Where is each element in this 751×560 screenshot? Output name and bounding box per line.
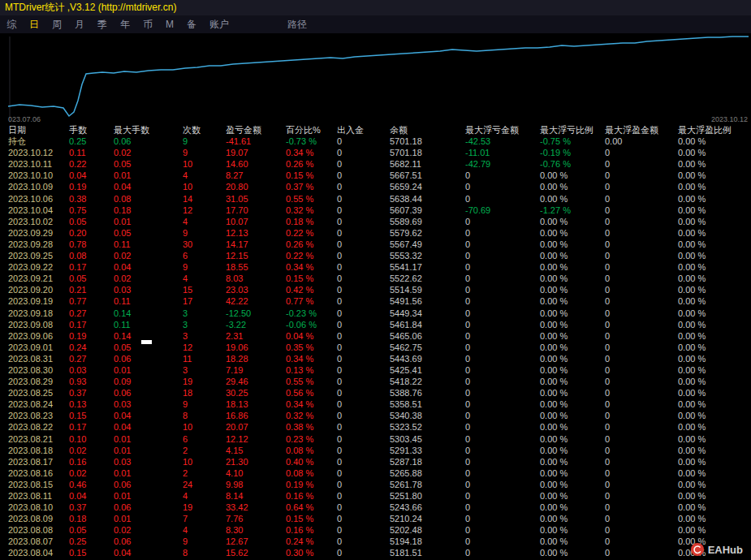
table-cell: 5461.84 xyxy=(390,319,465,330)
table-row[interactable]: 2023.10.110.220.051014.600.26 %05682.11-… xyxy=(0,158,751,170)
table-cell: 21.30 xyxy=(226,456,286,467)
table-row[interactable]: 2023.08.090.180.0177.760.15 %05210.2400.… xyxy=(0,513,751,524)
table-cell: 0 xyxy=(337,205,390,216)
table-row[interactable]: 2023.08.180.020.0124.150.08 %05291.3300.… xyxy=(0,445,751,456)
table-row[interactable]: 2023.10.020.050.01410.070.18 %05589.6900… xyxy=(0,216,751,227)
table-cell: 2023.10.09 xyxy=(8,181,69,192)
table-row[interactable]: 2023.08.150.460.06249.980.19 %05261.7800… xyxy=(0,479,751,490)
table-row[interactable]: 2023.09.200.210.031523.030.42 %05514.590… xyxy=(0,284,751,295)
table-cell: 31.05 xyxy=(226,193,286,205)
table-cell: 9 xyxy=(183,147,226,158)
table-cell: 0 xyxy=(337,170,390,181)
table-row[interactable]: 2023.09.220.170.04918.550.34 %05541.1700… xyxy=(0,261,751,273)
table-cell: 0.00 % xyxy=(540,421,605,433)
table-cell: 0 xyxy=(337,216,390,227)
table-cell: 5425.41 xyxy=(390,364,465,376)
table-cell: 0.04 xyxy=(114,261,183,273)
table-cell: 0 xyxy=(605,284,678,295)
table-cell: 23.03 xyxy=(226,284,286,295)
table-row[interactable]: 2023.09.280.780.113014.170.26 %05567.490… xyxy=(0,239,751,250)
table-cell: 0 xyxy=(605,170,678,181)
table-cell: 0 xyxy=(337,387,390,398)
table-row[interactable]: 2023.08.110.040.0148.140.16 %05251.8000.… xyxy=(0,490,751,502)
table-cell: 0.05 xyxy=(114,158,183,170)
table-row[interactable]: 2023.08.080.050.0248.300.16 %05202.4800.… xyxy=(0,524,751,536)
table-row[interactable]: 2023.10.090.190.041020.800.37 %05659.240… xyxy=(0,181,751,192)
table-cell: 24 xyxy=(183,479,226,490)
table-row[interactable]: 2023.09.010.240.051219.060.35 %05462.750… xyxy=(0,342,751,353)
table-cell: 0 xyxy=(337,181,390,192)
table-cell: 0 xyxy=(465,467,540,479)
table-cell: 5291.33 xyxy=(390,445,465,456)
table-row[interactable]: 2023.08.040.150.04815.620.30 %05181.5100… xyxy=(0,547,751,558)
table-cell: 0 xyxy=(605,490,678,502)
menu-item-summary[interactable]: 综 xyxy=(0,18,23,32)
table-row[interactable]: 2023.10.060.380.081431.050.55 %05638.440… xyxy=(0,193,751,205)
menu-item-path[interactable]: 路径 xyxy=(281,18,313,32)
table-row[interactable]: 2023.08.210.100.01612.120.23 %05303.4500… xyxy=(0,433,751,445)
table-row[interactable]: 2023.09.250.080.02612.150.22 %05553.3200… xyxy=(0,250,751,261)
table-cell: 5323.52 xyxy=(390,421,465,433)
table-row[interactable]: 2023.09.180.270.143-12.50-0.23 %05449.34… xyxy=(0,308,751,319)
table-row[interactable]: 2023.10.120.110.02919.070.34 %05701.18-1… xyxy=(0,147,751,158)
table-cell: 5261.78 xyxy=(390,479,465,490)
table-cell: 5443.69 xyxy=(390,353,465,364)
table-row[interactable]: 2023.09.290.200.05912.130.22 %05579.6200… xyxy=(0,227,751,239)
table-row[interactable]: 2023.09.080.170.113-3.22-0.06 %05461.840… xyxy=(0,319,751,330)
table-cell: 0 xyxy=(605,421,678,433)
table-cell: 0.03 xyxy=(69,364,114,376)
table-cell: 16.86 xyxy=(226,410,286,421)
menu-item-year[interactable]: 年 xyxy=(114,18,136,32)
table-row[interactable]: 2023.08.070.250.06912.670.24 %05194.1800… xyxy=(0,536,751,547)
table-cell: 0.00 % xyxy=(540,364,605,376)
table-cell: 0 xyxy=(337,158,390,170)
table-row[interactable]: 2023.09.060.190.1432.310.04 %05465.0600.… xyxy=(0,330,751,342)
table-cell: -0.23 % xyxy=(286,308,337,319)
table-row[interactable]: 2023.08.160.020.0124.100.08 %05265.8800.… xyxy=(0,467,751,479)
table-cell: 0 xyxy=(605,479,678,490)
table-cell: 0.00 % xyxy=(678,467,751,479)
table-cell: 30.25 xyxy=(226,387,286,398)
table-cell: 0.05 xyxy=(114,227,183,239)
table-cell: 2023.09.20 xyxy=(8,284,69,295)
table-cell: 10 xyxy=(183,158,226,170)
table-cell: 5462.75 xyxy=(390,342,465,353)
table-cell: 8 xyxy=(183,547,226,558)
table-row[interactable]: 2023.10.100.040.0148.270.15 %05667.5100.… xyxy=(0,170,751,181)
table-row[interactable]: 2023.08.250.370.061830.250.56 %05388.760… xyxy=(0,387,751,398)
table-cell: 0 xyxy=(337,398,390,410)
menu-item-account[interactable]: 账户 xyxy=(203,18,235,32)
menu-item-day[interactable]: 日 xyxy=(23,18,45,32)
table-cell: 0.77 % xyxy=(286,295,337,307)
table-cell: 0.03 xyxy=(114,456,183,467)
table-row[interactable]: 2023.08.290.930.091929.460.55 %05418.220… xyxy=(0,376,751,387)
table-cell: 5358.51 xyxy=(390,398,465,410)
table-row[interactable]: 持仓0.250.069-41.61-0.73 %05701.18-42.53-0… xyxy=(0,136,751,147)
menu-item-currency[interactable]: 币 xyxy=(136,18,159,32)
equity-chart: 023.07.06 2023.10.12 xyxy=(0,33,751,124)
menu-item-week[interactable]: 周 xyxy=(45,18,68,32)
table-cell: 0.08 xyxy=(114,193,183,205)
table-cell: 0.06 xyxy=(114,502,183,513)
table-cell: 0 xyxy=(605,547,678,558)
table-row[interactable]: 2023.08.240.130.03918.130.34 %05358.5100… xyxy=(0,398,751,410)
menu-item-quarter[interactable]: 季 xyxy=(91,18,114,32)
table-cell: -0.73 % xyxy=(286,136,337,147)
column-header: 余额 xyxy=(390,124,465,136)
table-row[interactable]: 2023.08.310.270.061118.280.34 %05443.690… xyxy=(0,353,751,364)
table-row[interactable]: 2023.08.220.170.041020.070.38 %05323.520… xyxy=(0,421,751,433)
table-row[interactable]: 2023.08.300.030.0137.190.13 %05425.4100.… xyxy=(0,364,751,376)
table-cell: 0.05 xyxy=(69,524,114,536)
table-cell: -11.01 xyxy=(465,147,540,158)
table-row[interactable]: 2023.10.040.750.181217.700.32 %05607.39-… xyxy=(0,205,751,216)
menu-item-month[interactable]: 月 xyxy=(68,18,91,32)
table-row[interactable]: 2023.09.210.050.0248.030.15 %05522.6200.… xyxy=(0,273,751,284)
table-cell: 9 xyxy=(183,136,226,147)
menu-item-m[interactable]: M xyxy=(159,19,180,30)
table-row[interactable]: 2023.08.170.160.031021.300.40 %05287.180… xyxy=(0,456,751,467)
table-row[interactable]: 2023.08.230.150.04816.860.32 %05340.3800… xyxy=(0,410,751,421)
table-cell: 2023.08.22 xyxy=(8,421,69,433)
table-row[interactable]: 2023.09.190.770.111742.220.77 %05491.560… xyxy=(0,295,751,307)
menu-item-backup[interactable]: 备 xyxy=(180,18,203,32)
table-row[interactable]: 2023.08.100.370.061933.420.64 %05243.660… xyxy=(0,502,751,513)
